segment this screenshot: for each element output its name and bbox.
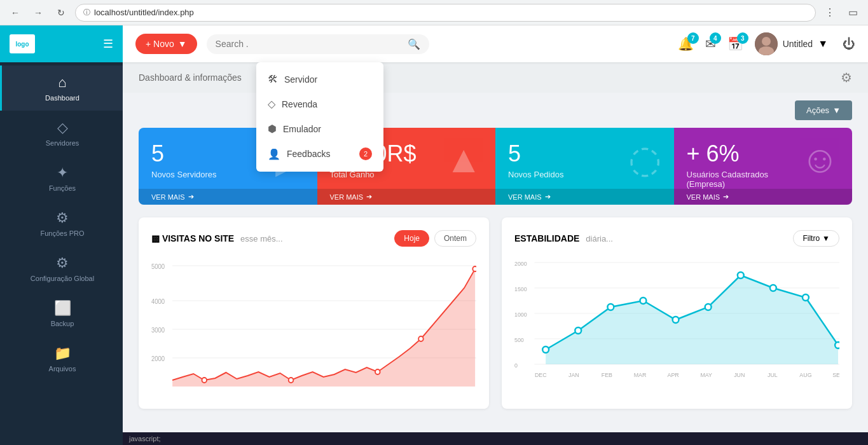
svg-text:2000: 2000 (514, 261, 527, 267)
dropdown-item-feedbacks[interactable]: 👤 Feedbacks 2 (256, 141, 383, 167)
search-input[interactable] (216, 39, 403, 49)
avatar (755, 32, 778, 55)
dropdown-item-revenda[interactable]: ◇ Revenda (256, 92, 383, 116)
funcoes-pro-icon: ⚙ (56, 210, 69, 226)
user-area[interactable]: Untitled ▼ (755, 32, 828, 55)
calendar-button[interactable]: 📅 3 (727, 36, 743, 51)
visitas-filter-buttons: Hoje Ontem (394, 230, 476, 247)
svg-text:4000: 4000 (151, 298, 165, 305)
sidebar-label-backup: Backup (51, 320, 74, 327)
svg-text:MAY: MAY (700, 372, 712, 378)
stat-footer-label-servidores: VER MAIS (151, 193, 185, 201)
revenda-icon: ◇ (268, 98, 275, 110)
stat-label-servidores: Novos Servidores (151, 170, 217, 179)
estabilidade-point-mar (640, 298, 647, 304)
forward-button[interactable]: → (29, 4, 47, 22)
hamburger-button[interactable]: ☰ (103, 37, 113, 51)
stat-icon-usuarios: ☺ (801, 140, 839, 179)
novo-button[interactable]: + Novo ▼ (135, 34, 197, 54)
header-right: 🔔 7 ✉ 4 📅 3 (678, 32, 855, 55)
visitas-chart-title: ▩ VISITAS NO SITE (151, 233, 237, 243)
filtro-button[interactable]: Filtro ▼ (793, 230, 839, 247)
sidebar-label-funcoes-pro: Funções PRO (40, 229, 84, 237)
feedbacks-icon: 👤 (268, 148, 280, 160)
estabilidade-chart-svg-container: 2000 1500 1000 500 0 (514, 256, 839, 396)
svg-text:MAR: MAR (634, 372, 647, 378)
visitas-point-2 (289, 378, 294, 383)
stat-arrow-icon-usuarios: ➔ (723, 193, 729, 201)
stat-icon-ganho: ▲ (445, 140, 483, 179)
top-header: + Novo ▼ 🔍 🔔 7 ✉ 4 📅 3 (123, 25, 868, 62)
servidores-icon: ◇ (57, 120, 68, 136)
stat-footer-label-pedidos: VER MAIS (508, 193, 542, 201)
sidebar-label-funcoes: Funções (49, 184, 76, 192)
svg-text:2000: 2000 (151, 355, 165, 362)
status-bar: javascript; (123, 432, 868, 445)
dropdown-label-revenda: Revenda (282, 99, 317, 109)
page-header: Dashboard & informações ⚙ (123, 62, 868, 93)
stat-footer-usuarios[interactable]: VER MAIS ➔ (674, 189, 853, 205)
dropdown-item-emulador[interactable]: ⬢ Emulador (256, 116, 383, 141)
dropdown-item-servidor[interactable]: 🛠 Servidor (256, 67, 383, 92)
stat-footer-servidores[interactable]: VER MAIS ➔ (139, 189, 317, 205)
sidebar-item-funcoes-pro[interactable]: ⚙ Funções PRO (0, 201, 123, 246)
sidebar-item-funcoes[interactable]: ✦ Funções (0, 156, 123, 201)
sidebar-item-dashboard[interactable]: ⌂ Dashboard (0, 65, 123, 111)
reload-button[interactable]: ↻ (52, 4, 70, 22)
btn-ontem[interactable]: Ontem (434, 230, 476, 247)
calendar-badge: 3 (737, 32, 748, 44)
main-area: + Novo ▼ 🔍 🔔 7 ✉ 4 📅 3 (123, 25, 868, 445)
stat-arrow-icon-pedidos: ➔ (545, 193, 551, 201)
notifications-badge: 7 (687, 32, 699, 44)
actions-row: Ações ▼ (123, 93, 868, 128)
mail-badge: 4 (710, 32, 721, 44)
content-area: Dashboard & informações ⚙ Ações ▼ 5 Novo… (123, 62, 868, 432)
stat-card-usuarios: + 6% Usuários Cadastrados (Empresa) ☺ VE… (674, 128, 853, 205)
acoes-chevron-icon: ▼ (832, 106, 841, 115)
stat-arrow-icon-servidores: ➔ (188, 193, 194, 201)
stat-footer-ganho[interactable]: VER MAIS ➔ (317, 189, 496, 205)
dropdown-label-servidor: Servidor (284, 74, 317, 85)
svg-text:500: 500 (514, 337, 524, 343)
browser-menu-button[interactable]: ⋮ (821, 4, 839, 22)
sidebar-item-configuracao[interactable]: ⚙ Configuração Global (0, 246, 123, 291)
acoes-button[interactable]: Ações ▼ (795, 100, 852, 120)
stat-number-servidores: 5 (151, 140, 217, 167)
notifications-button[interactable]: 🔔 7 (678, 36, 694, 51)
svg-text:APR: APR (668, 372, 680, 378)
chart-icon-visitas: ▩ (151, 233, 160, 243)
estabilidade-point-feb (607, 304, 614, 310)
stat-number-usuarios: + 6% (687, 140, 801, 167)
visitas-point-3 (375, 369, 380, 374)
browser-cast-button[interactable]: ▭ (844, 4, 862, 22)
estabilidade-point-jul (770, 285, 776, 291)
svg-text:0: 0 (514, 362, 518, 369)
estabilidade-area-fill (546, 275, 838, 364)
sidebar-label-dashboard: Dashboard (45, 94, 79, 102)
estabilidade-chart-card: ESTABILIDADE diária... Filtro ▼ 2000 (502, 217, 852, 409)
sidebar-item-arquivos[interactable]: 📁 Arquivos (0, 336, 123, 381)
visitas-chart-svg-container: 5000 4000 3000 2000 (151, 256, 476, 396)
stats-row: 5 Novos Servidores ▶ VER MAIS ➔ 12,00R$ (139, 128, 852, 205)
stat-footer-pedidos[interactable]: VER MAIS ➔ (495, 189, 674, 205)
estabilidade-point-dec (542, 346, 549, 353)
logout-button[interactable]: ⏻ (843, 37, 855, 51)
settings-button[interactable]: ⚙ (841, 70, 852, 85)
stat-label-pedidos: Novos Pedidos (508, 170, 563, 179)
status-text: javascript; (129, 435, 161, 442)
sidebar-item-servidores[interactable]: ◇ Servidores (0, 111, 123, 156)
sidebar: logo ☰ ⌂ Dashboard ◇ Servidores ✦ Funçõe… (0, 25, 123, 445)
svg-text:5000: 5000 (151, 263, 165, 270)
sidebar-item-backup[interactable]: ⬜ Backup (0, 291, 123, 336)
back-button[interactable]: ← (6, 4, 24, 22)
logo: logo (10, 34, 35, 53)
btn-hoje[interactable]: Hoje (394, 230, 429, 247)
user-name: Untitled (783, 39, 813, 49)
stat-icon-pedidos: ◌ (628, 140, 661, 179)
mail-button[interactable]: ✉ 4 (705, 36, 716, 51)
svg-text:JAN: JAN (568, 372, 579, 378)
svg-text:3000: 3000 (151, 327, 165, 334)
svg-text:FEB: FEB (602, 372, 612, 378)
svg-text:JUL: JUL (768, 372, 778, 378)
stat-footer-label-ganho: VER MAIS (330, 193, 364, 201)
